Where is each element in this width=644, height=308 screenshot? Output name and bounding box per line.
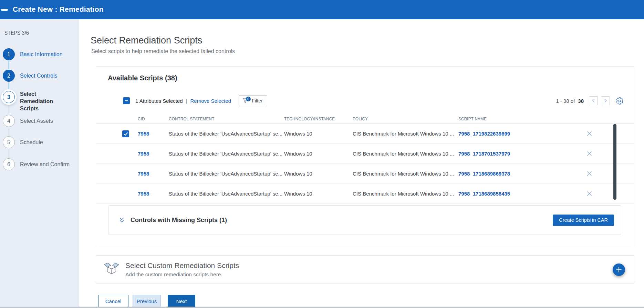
cid-link[interactable]: 7958 <box>138 164 149 184</box>
technology-instance: Windows 10 <box>284 164 312 184</box>
attributes-selected-text: 1 Attributes Selected <box>135 98 183 104</box>
step-connector <box>9 149 9 158</box>
step-connector <box>9 61 9 69</box>
table-scrollbar[interactable] <box>613 124 616 200</box>
previous-button[interactable]: Previous <box>133 295 161 307</box>
column-header-policy[interactable]: POLICY <box>353 116 368 121</box>
main-content: Select Remediation Scripts Select script… <box>79 19 644 308</box>
create-scripts-in-car-button[interactable]: Create Scripts in CAR <box>553 215 614 226</box>
step-label: Schedule <box>20 139 70 146</box>
step-label: Select Assets <box>20 117 70 125</box>
collapse-icon[interactable] <box>1 9 8 11</box>
plus-icon <box>616 267 622 273</box>
pagination-range: 1 - 38 of <box>556 98 575 104</box>
step-connector <box>9 82 9 91</box>
step-number-badge: 5 <box>3 136 15 148</box>
title-bar: Create New : Remediation <box>0 0 644 19</box>
step-connector <box>9 104 9 115</box>
available-scripts-card: Available Scripts (38) 1 Attributes Sele… <box>96 66 634 246</box>
remove-selected-link[interactable]: Remove Selected <box>190 98 231 104</box>
cid-link[interactable]: 7958 <box>138 144 149 164</box>
table-body: 7958 Status of the Bitlocker 'UseAdvance… <box>96 124 634 204</box>
steps-progress-label: STEPS 3/6 <box>4 30 29 37</box>
step-number-badge: 3 <box>3 91 15 103</box>
column-header-cid[interactable]: CID <box>138 116 145 121</box>
section-title: Select Remediation Scripts <box>91 35 202 46</box>
column-header-statement[interactable]: CONTROL STATEMENT <box>169 116 215 121</box>
control-statement: Status of the Bitlocker 'UseAdvancedStar… <box>169 164 282 184</box>
section-subtitle: Select scripts to help remediate the sel… <box>91 48 235 54</box>
policy-name: CIS Benchmark for Microsoft Windows 10 .… <box>353 124 454 144</box>
step-number-badge: 4 <box>3 115 15 127</box>
control-statement: Status of the Bitlocker 'UseAdvancedStar… <box>169 144 282 164</box>
previous-page-button[interactable] <box>589 96 598 105</box>
cid-link[interactable]: 7958 <box>138 184 149 204</box>
table-header: CID CONTROL STATEMENT TECHNOLOGY/INSTANC… <box>96 114 634 124</box>
step-label: Select Remediation Scripts <box>20 90 70 112</box>
create-new-remediation-window: Create New : Remediation STEPS 3/6 1 Bas… <box>0 0 644 308</box>
filter-count-badge: 0 <box>246 97 251 101</box>
divider: | <box>186 98 187 104</box>
column-header-technology[interactable]: TECHNOLOGY/INSTANCE <box>284 116 335 121</box>
remove-script-icon[interactable] <box>587 171 592 178</box>
remove-script-icon[interactable] <box>587 131 592 138</box>
control-statement: Status of the Bitlocker 'UseAdvancedStar… <box>169 124 282 144</box>
script-name-link[interactable]: 7958_1718689869378 <box>458 164 510 184</box>
step-number-badge: 6 <box>3 158 15 170</box>
table-toolbar: 1 Attributes Selected | Remove Selected … <box>96 95 634 107</box>
remove-script-icon[interactable] <box>587 151 592 158</box>
add-custom-script-button[interactable] <box>613 264 625 276</box>
technology-instance: Windows 10 <box>284 184 312 204</box>
policy-name: CIS Benchmark for Microsoft Windows 10 .… <box>353 144 454 164</box>
expand-chevron-double-down-icon[interactable] <box>118 217 125 224</box>
missing-scripts-label: Controls with Missing Scripts (1) <box>131 217 227 224</box>
table-settings-gear-icon[interactable] <box>616 97 624 105</box>
page-title: Create New : Remediation <box>13 5 104 13</box>
step-number-badge: 2 <box>3 70 15 82</box>
window-bottom-edge <box>0 307 644 308</box>
remove-script-icon[interactable] <box>587 191 592 198</box>
chevron-left-icon <box>592 99 595 103</box>
cid-link[interactable]: 7958 <box>138 124 149 144</box>
pagination-total: 38 <box>578 98 584 104</box>
filter-label: Filter <box>252 98 263 103</box>
custom-scripts-card: Select Custom Remediation Scripts Add th… <box>96 255 634 284</box>
available-scripts-heading: Available Scripts (38) <box>108 74 177 82</box>
steps-sidebar: STEPS 3/6 1 Basic Information 2 Select C… <box>0 19 79 308</box>
custom-scripts-subtitle: Add the custom remediation scripts here. <box>125 271 239 278</box>
custom-scripts-title: Select Custom Remediation Scripts <box>125 261 239 270</box>
step-label: Basic Information <box>20 51 70 58</box>
controls-missing-scripts-panel: Controls with Missing Scripts (1) Create… <box>108 205 621 235</box>
pagination: 1 - 38 of 38 <box>556 95 624 107</box>
select-all-checkbox[interactable] <box>123 97 130 104</box>
chevron-right-icon <box>604 99 607 103</box>
column-header-script[interactable]: SCRIPT NAME <box>458 116 487 121</box>
step-number-badge: 1 <box>3 48 15 60</box>
next-button[interactable]: Next <box>168 295 195 307</box>
open-box-icon <box>104 261 120 277</box>
cancel-button[interactable]: Cancel <box>98 295 128 307</box>
filter-button[interactable]: 0 Filter <box>239 95 267 106</box>
script-name-link[interactable]: 7958_1718701537979 <box>458 144 510 164</box>
script-name-link[interactable]: 7958_1719822639899 <box>458 124 510 144</box>
table-row: 7958 Status of the Bitlocker 'UseAdvance… <box>96 184 634 204</box>
policy-name: CIS Benchmark for Microsoft Windows 10 .… <box>353 164 454 184</box>
technology-instance: Windows 10 <box>284 124 312 144</box>
step-label: Select Controls <box>20 72 70 79</box>
table-row: 7958 Status of the Bitlocker 'UseAdvance… <box>96 144 634 164</box>
step-label: Review and Confirm <box>20 161 70 168</box>
row-checkbox-checked[interactable] <box>122 130 129 137</box>
control-statement: Status of the Bitlocker 'UseAdvancedStar… <box>169 184 282 204</box>
technology-instance: Windows 10 <box>284 144 312 164</box>
script-name-link[interactable]: 7958_1718689858435 <box>458 184 510 204</box>
step-connector <box>9 128 9 136</box>
table-row: 7958 Status of the Bitlocker 'UseAdvance… <box>96 124 634 144</box>
indeterminate-icon <box>124 99 128 103</box>
table-row: 7958 Status of the Bitlocker 'UseAdvance… <box>96 164 634 184</box>
policy-name: CIS Benchmark for Microsoft Windows 10 .… <box>353 184 454 204</box>
check-icon <box>124 132 128 136</box>
next-page-button[interactable] <box>601 96 610 105</box>
